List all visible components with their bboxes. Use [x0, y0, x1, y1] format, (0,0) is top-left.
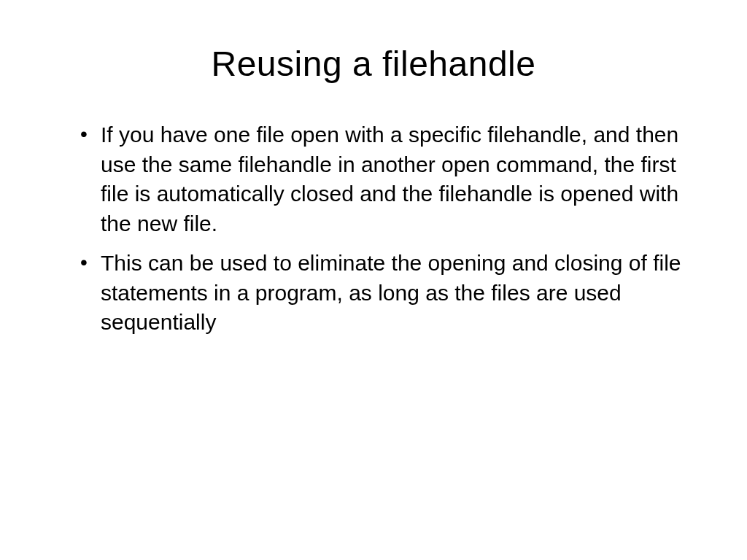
slide-title: Reusing a filehandle	[58, 44, 689, 84]
bullet-item: If you have one file open with a specifi…	[80, 120, 689, 238]
bullet-item: This can be used to eliminate the openin…	[80, 249, 689, 338]
bullet-list: If you have one file open with a specifi…	[58, 120, 689, 338]
